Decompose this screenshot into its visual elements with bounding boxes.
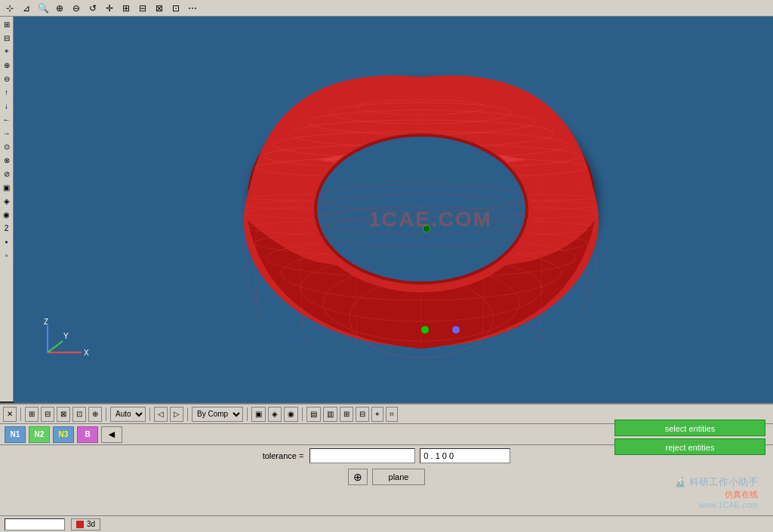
- tb-view-1[interactable]: ▤: [306, 407, 321, 422]
- left-icon-15[interactable]: ◉: [1, 208, 13, 220]
- svg-text:Z: Z: [44, 318, 48, 326]
- brand-main: 🔬 科研工作小助手: [675, 475, 758, 489]
- toolbar-icon-rotate[interactable]: ↺: [86, 2, 100, 15]
- left-icon-5[interactable]: ⊖: [1, 72, 13, 85]
- svg-point-22: [317, 137, 525, 281]
- brand-url: www.1CAE.com: [675, 500, 758, 509]
- sep5: [247, 407, 248, 421]
- tb-icon-3[interactable]: ⊠: [57, 407, 70, 422]
- left-icon-13[interactable]: ▣: [1, 181, 13, 193]
- tb-icon-2[interactable]: ⊟: [41, 407, 54, 422]
- axis-indicator: Z X Y: [36, 318, 97, 365]
- sep4: [187, 407, 188, 421]
- plane-button[interactable]: plane: [372, 469, 425, 485]
- plane-row: ⊕ plane: [0, 466, 773, 487]
- tb-view-2[interactable]: ▥: [323, 407, 337, 422]
- svg-text:X: X: [84, 349, 89, 357]
- left-icon-9[interactable]: →: [1, 127, 13, 139]
- toolbar-icon-fit[interactable]: ⊞: [119, 2, 133, 15]
- auto-select[interactable]: Auto: [110, 407, 146, 422]
- svg-point-30: [423, 226, 430, 232]
- left-icon-11[interactable]: ⊗: [1, 154, 13, 166]
- left-icon-18[interactable]: ▫: [1, 249, 13, 261]
- left-toolbar: ⊞ ⊟ ⌖ ⊕ ⊖ ↑ ↓ ← → ⊙ ⊗ ⊘ ▣ ◈ ◉ 2 ▪ ▫: [0, 17, 14, 401]
- select-entities-button[interactable]: select entities: [614, 420, 765, 436]
- right-buttons: select entities reject entities: [614, 420, 765, 457]
- tb-view-3[interactable]: ⊞: [340, 407, 353, 422]
- svg-point-29: [421, 326, 429, 334]
- left-icon-3[interactable]: ⌖: [1, 45, 13, 57]
- tb-view-5[interactable]: ⌖: [371, 407, 383, 422]
- tb-icon-1[interactable]: ⊞: [25, 407, 38, 422]
- left-icon-10[interactable]: ⊙: [1, 140, 13, 152]
- tb-close-btn[interactable]: ✕: [3, 407, 17, 422]
- status-badge: 3d: [71, 518, 100, 530]
- tb-arrow-2[interactable]: ▷: [170, 407, 183, 422]
- left-icon-12[interactable]: ⊘: [1, 168, 13, 180]
- toolbar-icon-7[interactable]: ⊡: [169, 2, 183, 15]
- n2-button[interactable]: N2: [29, 426, 50, 443]
- toolbar-icon-6[interactable]: ⊠: [152, 2, 166, 15]
- toolbar-icon-zoom-in[interactable]: ⊕: [53, 2, 66, 15]
- status-input[interactable]: [5, 518, 65, 530]
- left-icon-16[interactable]: 2: [1, 222, 13, 234]
- torus-svg: [14, 17, 773, 403]
- toolbar-icon-zoom[interactable]: 🔍: [36, 2, 50, 15]
- svg-point-28: [452, 326, 460, 334]
- left-icon-17[interactable]: ▪: [1, 235, 13, 248]
- left-icon-7[interactable]: ↓: [1, 100, 13, 112]
- sep6: [302, 407, 303, 421]
- tb-mesh-2[interactable]: ◈: [268, 407, 282, 422]
- toolbar-icon-8[interactable]: ⋯: [186, 2, 199, 15]
- toolbar-icon-move[interactable]: ✛: [103, 2, 116, 15]
- viewport-3d[interactable]: Z X Y 1CAE.COM: [14, 17, 773, 403]
- left-icon-6[interactable]: ↑: [1, 86, 13, 98]
- tb-icon-4[interactable]: ⊡: [72, 407, 86, 422]
- brand-sub: 仿真在线: [675, 489, 758, 500]
- branding: 🔬 科研工作小助手 仿真在线 www.1CAE.com: [675, 475, 758, 509]
- plane-arrow-button[interactable]: ⊕: [348, 469, 368, 485]
- tb-mesh-1[interactable]: ▣: [251, 407, 266, 422]
- left-icon-8[interactable]: ←: [1, 113, 13, 125]
- toolbar-icon-2[interactable]: ⊿: [20, 2, 33, 15]
- sep1: [20, 407, 21, 421]
- bycomp-select[interactable]: By Comp: [192, 407, 243, 422]
- left-icon-2[interactable]: ⊟: [1, 32, 13, 44]
- left-icon-14[interactable]: ◈: [1, 195, 13, 207]
- svg-text:Y: Y: [63, 332, 69, 340]
- tb-view-4[interactable]: ⊟: [356, 407, 369, 422]
- coords-display: 0 . 1 0 0: [420, 448, 510, 463]
- n3-button[interactable]: N3: [53, 426, 74, 443]
- top-toolbar: ⊹ ⊿ 🔍 ⊕ ⊖ ↺ ✛ ⊞ ⊟ ⊠ ⊡ ⋯: [0, 0, 773, 17]
- tb-arrow-1[interactable]: ◁: [154, 407, 168, 422]
- b-button[interactable]: B: [77, 426, 98, 443]
- status-badge-label: 3d: [87, 520, 95, 528]
- tb-mesh-3[interactable]: ◉: [284, 407, 298, 422]
- toolbar-icon-1[interactable]: ⊹: [3, 2, 17, 15]
- left-icon-4[interactable]: ⊕: [1, 59, 13, 71]
- tb-view-6[interactable]: ⌗: [386, 407, 398, 422]
- n1-button[interactable]: N1: [5, 426, 26, 443]
- toolbar-icon-5[interactable]: ⊟: [136, 2, 149, 15]
- svg-line-33: [48, 341, 63, 352]
- toolbar-icon-zoom-out[interactable]: ⊖: [69, 2, 83, 15]
- sep3: [149, 407, 150, 421]
- status-red-square: [76, 521, 84, 528]
- tolerance-label: tolerance =: [263, 451, 304, 460]
- reject-entities-button[interactable]: reject entities: [614, 438, 765, 455]
- nav-button[interactable]: ◀: [101, 426, 122, 443]
- left-icon-1[interactable]: ⊞: [1, 18, 13, 30]
- tb-icon-5[interactable]: ⊕: [88, 407, 102, 422]
- tolerance-input[interactable]: [310, 448, 415, 463]
- status-bar: 3d: [0, 515, 773, 532]
- sep2: [106, 407, 106, 421]
